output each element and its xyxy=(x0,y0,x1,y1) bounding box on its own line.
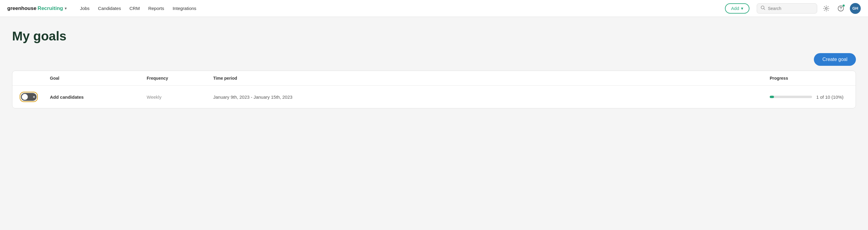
time-period-text: January 9th, 2023 - January 15th, 2023 xyxy=(213,94,770,100)
search-input[interactable] xyxy=(768,6,813,11)
nav-link-candidates[interactable]: Candidates xyxy=(94,3,125,13)
col-header-progress: Progress xyxy=(770,76,848,81)
progress-text: 1 of 10 (10%) xyxy=(816,94,843,100)
col-header-goal: Goal xyxy=(50,76,147,81)
toggle-knob xyxy=(22,94,28,100)
page: My goals Create goal Goal Frequency Time… xyxy=(0,17,868,108)
col-header-time-period: Time period xyxy=(213,76,770,81)
nav-link-integrations[interactable]: Integrations xyxy=(169,3,200,13)
settings-button[interactable] xyxy=(821,3,832,14)
logo-greenhouse-text: greenhouse xyxy=(7,5,36,11)
nav-right: GH xyxy=(757,3,861,14)
nav-link-crm[interactable]: CRM xyxy=(126,3,143,13)
help-button[interactable] xyxy=(835,3,846,14)
frequency-text: Weekly xyxy=(147,94,213,100)
nav-link-jobs[interactable]: Jobs xyxy=(76,3,93,13)
goals-table: Goal Frequency Time period Progress ✕ Ad… xyxy=(12,71,856,108)
add-button[interactable]: Add ▾ xyxy=(725,3,749,13)
goal-toggle[interactable]: ✕ xyxy=(21,93,37,101)
page-title: My goals xyxy=(12,29,856,43)
svg-point-4 xyxy=(840,10,841,10)
toggle-wrapper: ✕ xyxy=(20,92,38,102)
add-button-label: Add xyxy=(731,6,739,11)
col-header-toggle xyxy=(20,76,50,81)
create-goal-row: Create goal xyxy=(12,53,856,66)
svg-line-1 xyxy=(764,8,765,10)
progress-container: 1 of 10 (10%) xyxy=(770,94,848,100)
svg-point-2 xyxy=(825,7,827,9)
goal-name: Add candidates xyxy=(50,94,147,100)
search-icon xyxy=(761,5,766,11)
create-goal-button[interactable]: Create goal xyxy=(814,53,856,66)
nav-links: Jobs Candidates CRM Reports Integrations xyxy=(76,3,718,13)
avatar-button[interactable]: GH xyxy=(850,3,861,14)
col-header-frequency: Frequency xyxy=(147,76,213,81)
search-box[interactable] xyxy=(757,3,817,13)
nav-link-reports[interactable]: Reports xyxy=(145,3,168,13)
table-header: Goal Frequency Time period Progress xyxy=(12,71,856,86)
progress-bar-fill xyxy=(770,96,774,98)
navbar: greenhouse Recruiting ▾ Jobs Candidates … xyxy=(0,0,868,17)
progress-bar-bg xyxy=(770,96,812,98)
logo-chevron-icon: ▾ xyxy=(65,6,66,10)
table-row: ✕ Add candidates Weekly January 9th, 202… xyxy=(12,86,856,108)
add-chevron-icon: ▾ xyxy=(741,6,743,11)
logo[interactable]: greenhouse Recruiting ▾ xyxy=(7,5,66,11)
avatar-initials: GH xyxy=(852,6,858,10)
logo-recruiting-text: Recruiting xyxy=(37,5,63,11)
toggle-container: ✕ xyxy=(20,92,50,102)
toggle-x-icon: ✕ xyxy=(33,95,35,99)
